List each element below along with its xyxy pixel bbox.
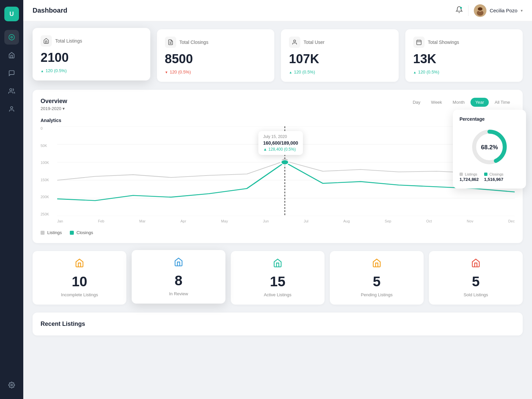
stat-card-value-users: 107K [289, 52, 391, 66]
listing-card-sold: 5 Sold Listings [429, 251, 523, 305]
svg-point-1 [11, 37, 13, 38]
closings-icon [165, 37, 176, 48]
percentage-title: Percentage [460, 116, 519, 122]
perc-dot-closings [484, 173, 487, 176]
x-label-dec: Dec [508, 219, 515, 223]
y-label-0: 0 [41, 126, 57, 130]
sidebar: U [0, 0, 23, 399]
page-title: Dashboard [33, 7, 456, 14]
svg-point-5 [460, 7, 462, 9]
stat-card-label-closings: Total Closings [180, 40, 208, 45]
sidebar-item-home[interactable] [4, 48, 19, 63]
svg-point-12 [294, 40, 296, 42]
username: Cecilia Pozo [490, 8, 517, 13]
tab-month[interactable]: Month [448, 98, 469, 107]
chart-y-labels: 250K 200K 150K 100K 50K 0 [41, 126, 57, 216]
chart-container: 250K 200K 150K 100K 50K 0 [41, 126, 515, 226]
active-listings-icon [273, 258, 282, 270]
stat-card-value-closings: 8500 [165, 52, 267, 66]
perc-value-closings: 1,516,967 [484, 177, 503, 182]
perc-legend-closings: Closings 1,516,967 [484, 172, 503, 182]
overview-year-selector[interactable]: 2019-2020 ▾ [41, 106, 67, 111]
legend-dot-listings [41, 231, 45, 235]
x-label-jun: Jun [263, 219, 269, 223]
listing-cards: 10 Incomplete Listings 8 In Review 15 Ac… [33, 251, 523, 305]
percentage-panel: Percentage 68.2% Listings 1,724,862 [453, 110, 526, 189]
stat-card-label-showings: Total Showings [428, 40, 459, 45]
sidebar-item-settings[interactable] [4, 378, 19, 392]
overview-title: Overview [41, 98, 67, 105]
chart-x-labels: Jan Feb Mar Apr May Jun Jul Aug Sep Oct … [57, 216, 515, 226]
stat-card-change-showings: 120 (0.5%) [413, 69, 515, 74]
listings-icon [41, 35, 52, 47]
incomplete-listings-label: Incomplete Listings [61, 292, 98, 297]
y-label-50k: 50K [41, 144, 57, 148]
content-area: Total Listings 2100 120 (0.5%) Total Clo… [23, 21, 532, 399]
y-label-150k: 150K [41, 178, 57, 182]
change-arrow-up-users [289, 69, 292, 74]
pending-listings-icon [372, 258, 381, 270]
stat-card-change-users: 120 (0.5%) [289, 69, 391, 74]
svg-text:68.2%: 68.2% [481, 144, 498, 151]
x-label-apr: Apr [181, 219, 186, 223]
chevron-year-icon: ▾ [63, 106, 65, 111]
chart-area: July 15, 2020 160,600/189,000 ▲ 128,400 … [57, 126, 515, 216]
chart-legend: Listings Closings [41, 230, 515, 235]
stat-card-header-users: Total User [289, 37, 391, 48]
showings-icon [413, 37, 425, 48]
tab-day[interactable]: Day [408, 98, 425, 107]
x-label-mar: Mar [139, 219, 146, 223]
sidebar-item-team[interactable] [4, 84, 19, 98]
x-label-jul: Jul [304, 219, 308, 223]
header: Dashboard Cecilia Pozo ▾ [23, 0, 532, 21]
active-listings-count: 15 [270, 274, 286, 290]
sold-listings-icon [471, 258, 480, 270]
y-label-200k: 200K [41, 195, 57, 199]
tab-week[interactable]: Week [426, 98, 447, 107]
perc-legend-listings: Listings 1,724,862 [460, 172, 479, 182]
sold-listings-label: Sold Listings [464, 292, 488, 297]
stat-card-listings: Total Listings 2100 120 (0.5%) [33, 28, 150, 80]
overview-header: Overview 2019-2020 ▾ Day Week Month Year… [41, 98, 515, 111]
x-label-aug: Aug [343, 219, 350, 223]
donut-chart: 68.2% [469, 127, 509, 167]
sold-listings-count: 5 [472, 274, 479, 290]
perc-dot-listings [460, 173, 463, 176]
stat-card-showings: Total Showings 13K 120 (0.5%) [405, 29, 523, 82]
change-arrow-up-listings [41, 68, 44, 73]
x-label-sep: Sep [385, 219, 391, 223]
svg-point-2 [10, 89, 12, 91]
perc-label-listings: Listings [460, 172, 479, 176]
incomplete-listings-count: 10 [72, 274, 87, 290]
tab-year[interactable]: Year [470, 98, 488, 107]
svg-rect-13 [417, 40, 421, 45]
tab-alltime[interactable]: All Time [490, 98, 515, 107]
donut-container: 68.2% [460, 127, 519, 167]
review-listings-icon [174, 257, 183, 269]
notification-bell[interactable] [456, 6, 463, 15]
main-content: Dashboard Cecilia Pozo ▾ [23, 0, 532, 399]
stat-card-change-closings: 120 (0.5%) [165, 69, 267, 74]
analytics-label: Analytics [41, 118, 515, 123]
svg-point-0 [9, 35, 15, 40]
x-label-jan: Jan [57, 219, 63, 223]
svg-point-25 [281, 160, 289, 165]
svg-point-4 [11, 384, 13, 386]
user-menu[interactable]: Cecilia Pozo ▾ [474, 4, 523, 17]
x-label-oct: Oct [426, 219, 432, 223]
active-listings-label: Active Listings [264, 292, 291, 297]
sidebar-logo: U [4, 7, 19, 21]
listing-card-review: 8 In Review [132, 250, 225, 304]
stat-card-header-showings: Total Showings [413, 37, 515, 48]
stat-card-value-showings: 13K [413, 52, 515, 66]
perc-value-listings: 1,724,862 [460, 177, 479, 182]
users-icon [289, 37, 300, 48]
sidebar-item-user[interactable] [4, 102, 19, 116]
perc-label-closings: Closings [484, 172, 503, 176]
stat-card-value-listings: 2100 [41, 51, 142, 65]
sidebar-item-dashboard[interactable] [4, 30, 19, 45]
listing-card-incomplete: 10 Incomplete Listings [33, 251, 126, 305]
change-arrow-down-closings [165, 69, 168, 74]
listing-card-pending: 5 Pending Listings [330, 251, 424, 305]
sidebar-item-chat[interactable] [4, 66, 19, 80]
